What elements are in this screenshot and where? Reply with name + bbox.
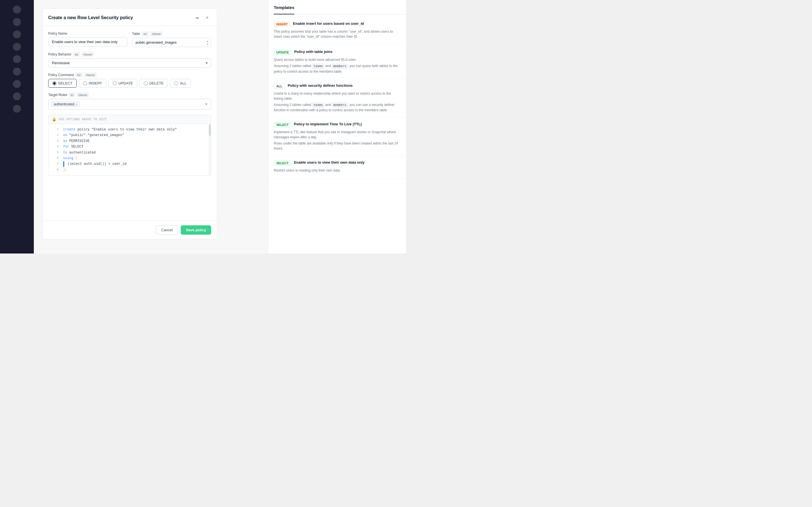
code-inline-members2: members	[332, 103, 348, 108]
template-name: Policy with security definer functions	[288, 83, 352, 88]
code-editor: 🔒 USE OPTIONS ABOVE TO EDIT 1 create pol…	[48, 115, 211, 176]
sidebar-dot	[13, 68, 21, 75]
code-line-2: 2 on "public"."generated_images"	[49, 132, 211, 138]
policy-name-label: Policy Name	[48, 32, 128, 36]
behavior-select[interactable]: Permissive Restrictive	[48, 58, 211, 68]
template-card-insert[interactable]: INSERT Enable insert for users based on …	[268, 17, 406, 45]
template-card-update[interactable]: UPDATE Policy with table joins Query acr…	[268, 45, 406, 79]
sidebar-dot	[13, 43, 21, 51]
all-option[interactable]: ALL	[170, 79, 191, 88]
insert-radio[interactable]	[83, 81, 87, 86]
insert-badge: INSERT	[274, 22, 290, 27]
template-card-header: UPDATE Policy with table joins	[274, 50, 400, 55]
code-inline-members: members	[332, 64, 348, 69]
expand-button[interactable]: ⇥	[193, 14, 200, 22]
template-card-own-data[interactable]: SELECT Enable users to view their own da…	[268, 156, 406, 179]
sidebar-dot	[13, 93, 21, 100]
delete-radio[interactable]	[144, 81, 148, 86]
template-card-header: SELECT Policy to implement Time To Live …	[274, 122, 400, 127]
dialog-footer: Cancel Save policy	[43, 221, 217, 239]
dialog-header-icons: ⇥ ×	[193, 14, 211, 22]
template-desc: Useful in a many-to-many relationship wh…	[274, 91, 400, 101]
template-name: Policy to implement Time To Live (TTL)	[294, 122, 362, 126]
tags-arrow-icon: ▼	[205, 102, 208, 106]
sidebar-dot	[13, 105, 21, 113]
save-button[interactable]: Save policy	[181, 225, 211, 235]
behavior-select-wrapper: Permissive Restrictive ▼	[48, 58, 211, 68]
authenticated-tag: authenticated ×	[51, 101, 80, 107]
policy-name-input[interactable]	[48, 37, 128, 47]
template-desc2: Rows under the table are available only …	[274, 141, 400, 151]
code-hint: USE OPTIONS ABOVE TO EDIT	[59, 117, 107, 121]
code-line-7: 7 (select auth.uid()) = user_id	[49, 161, 211, 167]
table-input[interactable]	[132, 38, 211, 47]
clause-badge: clause	[150, 32, 163, 36]
target-roles-group: Target Roles to clause authenticated × ▼	[48, 93, 211, 110]
delete-option[interactable]: DELETE	[140, 79, 168, 88]
code-body: 1 create policy "Enable users to view th…	[49, 124, 211, 175]
sidebar-dot	[13, 55, 21, 63]
template-card-all[interactable]: ALL Policy with security definer functio…	[268, 79, 406, 118]
scrollbar[interactable]	[209, 124, 211, 175]
dialog-panel: Create a new Row Level Security policy ⇥…	[42, 8, 217, 239]
scroll-thumb	[209, 124, 211, 136]
code-line-5: 5 to authenticated	[49, 150, 211, 156]
lock-icon: 🔒	[52, 117, 56, 121]
code-line-1: 1 create policy "Enable users to view th…	[49, 127, 211, 132]
policy-behavior-group: Policy Behavior as clause Permissive Res…	[48, 52, 211, 68]
policy-behavior-row: Policy Behavior as clause Permissive Res…	[48, 52, 211, 68]
target-roles-label: Target Roles to clause	[48, 93, 211, 97]
dialog-title: Create a new Row Level Security policy	[48, 15, 133, 20]
code-inline-teams2: teams	[312, 103, 324, 108]
update-radio[interactable]	[113, 81, 117, 86]
to-badge: to	[69, 93, 75, 97]
template-desc: Query across tables to build more advanc…	[274, 57, 400, 62]
template-desc2: Assuming 2 tables called teams and membe…	[274, 63, 400, 74]
template-card-ttl[interactable]: SELECT Policy to implement Time To Live …	[268, 117, 406, 156]
table-group: Table on clause ▲ ▼	[132, 32, 211, 47]
template-card-header: SELECT Enable users to view their own da…	[274, 160, 400, 166]
sidebar-dot	[13, 6, 21, 13]
template-name: Enable insert for users based on user_id	[293, 21, 364, 25]
select-radio[interactable]	[52, 81, 56, 86]
select-badge-2: SELECT	[274, 161, 291, 166]
code-line-6: 6 using (	[49, 156, 211, 161]
code-line-4: 4 for SELECT	[49, 144, 211, 150]
main-area: Create a new Row Level Security policy ⇥…	[34, 0, 268, 253]
as-badge: as	[73, 52, 80, 57]
clause-badge-4: clause	[77, 93, 89, 97]
code-line-8: 8 );	[49, 167, 211, 173]
all-radio[interactable]	[174, 81, 178, 86]
table-label: Table on clause	[132, 32, 211, 36]
sidebar-dot	[13, 18, 21, 26]
clause-badge-3: clause	[84, 73, 97, 77]
template-card-header: INSERT Enable insert for users based on …	[274, 21, 400, 27]
sidebar-dot	[13, 80, 21, 88]
table-input-wrapper: ▲ ▼	[132, 38, 211, 47]
sidebar	[0, 0, 34, 253]
cancel-button[interactable]: Cancel	[156, 225, 178, 235]
template-desc: Restrict users to reading only their own…	[274, 168, 400, 173]
target-roles-input[interactable]: authenticated × ▼	[48, 99, 211, 110]
code-line-3: 3 as PERMISSIVE	[49, 138, 211, 144]
clause-badge-2: clause	[82, 52, 94, 57]
template-name: Policy with table joins	[294, 50, 333, 54]
close-button[interactable]: ×	[203, 14, 211, 22]
dialog-body: Policy Name Table on clause ▲ ▼	[43, 26, 217, 221]
remove-tag-button[interactable]: ×	[75, 103, 78, 106]
dialog-header: Create a new Row Level Security policy ⇥…	[43, 9, 217, 26]
update-option[interactable]: UPDATE	[109, 79, 137, 88]
sidebar-dot	[13, 31, 21, 38]
select-option[interactable]: SELECT	[48, 79, 77, 88]
template-name: Enable users to view their own data only	[294, 160, 364, 165]
templates-list: INSERT Enable insert for users based on …	[268, 15, 406, 253]
template-desc2: Assuming 2 tables called teams and membe…	[274, 102, 400, 113]
policy-command-label: Policy Command for clause	[48, 73, 211, 77]
select-badge: SELECT	[274, 122, 291, 127]
template-desc: Implement a TTL-like feature that you se…	[274, 129, 400, 140]
policy-command-group: Policy Command for clause SELECT INSERT …	[48, 73, 211, 88]
template-desc: This policy assumes that your table has …	[274, 29, 400, 39]
code-header: 🔒 USE OPTIONS ABOVE TO EDIT	[49, 115, 211, 124]
for-badge: for	[75, 73, 83, 77]
insert-option[interactable]: INSERT	[79, 79, 106, 88]
